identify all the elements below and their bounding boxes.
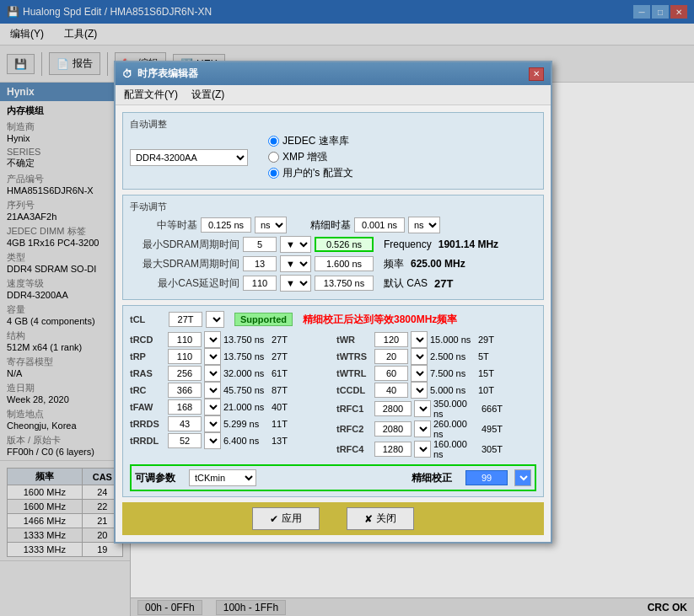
trp-row: tRP ▼ 13.750 ns 27T (130, 348, 330, 365)
twtrs-unit[interactable]: ▼ (411, 348, 428, 365)
twr-ns: 15.000 ns (430, 335, 476, 345)
radio-jedec-input[interactable] (268, 136, 279, 147)
trrdl-ns: 6.400 ns (223, 436, 269, 446)
twr-unit[interactable]: ▼ (411, 331, 428, 348)
tcl-val[interactable] (169, 312, 202, 327)
trp-val[interactable] (168, 349, 202, 364)
trfc1-val[interactable] (374, 401, 412, 416)
tras-val[interactable] (168, 366, 202, 381)
radio-user-input[interactable] (268, 168, 279, 179)
twr-val[interactable] (374, 332, 408, 347)
radio-xmp-input[interactable] (268, 152, 279, 163)
twtrl-val[interactable] (374, 366, 408, 381)
trrdl-t: 13T (272, 436, 292, 446)
min-sdram-val[interactable] (243, 237, 277, 252)
adjustable-select[interactable]: tCKmin (189, 469, 256, 486)
trrds-row: tRRDS ▼ 5.299 ns 11T (130, 415, 330, 432)
tfaw-val[interactable] (168, 399, 202, 415)
apply-button[interactable]: ✔ 应用 (252, 507, 320, 530)
base2-unit-select[interactable]: ns (408, 217, 440, 233)
trrdl-label: tRRDL (130, 436, 165, 446)
max-sdram-ns[interactable] (315, 256, 374, 271)
max-sdram-row: 最大SDRAM周期时间 ▼ 频率 625.00 MHz (130, 255, 536, 272)
trfc2-unit[interactable]: ▼ (414, 420, 431, 437)
min-sdram-unit[interactable]: ▼ (280, 236, 311, 253)
trcd-t: 27T (272, 335, 292, 345)
trfc4-val[interactable] (374, 442, 412, 457)
twtrs-t: 5T (478, 351, 498, 362)
close-dialog-label: 关闭 (376, 512, 396, 526)
fine-label: 精细校正 (412, 471, 452, 485)
dialog-overlay: ⏱ 时序表编辑器 ✕ 配置文件(Y) 设置(Z) 自动调整 DDR4-3200A… (0, 0, 694, 616)
base2-input[interactable] (354, 217, 405, 233)
tfaw-unit[interactable]: ▼ (204, 399, 221, 415)
tcl-label: tCL (130, 314, 165, 324)
tcl-unit[interactable]: ▼ (206, 311, 224, 328)
min-cas-val[interactable] (243, 276, 277, 291)
tcl-row: tCL ▼ Supported 精细校正后达到等效3800MHz频率 (130, 311, 536, 328)
trc-row: tRC ▼ 45.750 ns 87T (130, 382, 330, 399)
max-sdram-unit[interactable]: ▼ (280, 255, 311, 272)
trc-val[interactable] (168, 383, 202, 398)
trp-ns: 13.750 ns (223, 351, 269, 362)
min-cas-row: 最小CAS延迟时间 ▼ 默认 CAS 27T (130, 275, 536, 292)
radio-jedec[interactable]: JEDEC 速率库 (268, 134, 353, 148)
twr-t: 29T (478, 335, 498, 345)
trrdl-row: tRRDL ▼ 6.400 ns 13T (130, 432, 330, 449)
twtrl-ns: 7.500 ns (430, 368, 476, 378)
trfc4-row: tRFC4 ▼ 160.000 ns 305T (336, 439, 536, 459)
tfaw-row: tFAW ▼ 21.000 ns 40T (130, 399, 330, 415)
freq-val: 1901.14 MHz (438, 238, 498, 250)
base1-unit-select[interactable]: ns (255, 217, 287, 233)
max-sdram-val[interactable] (243, 256, 277, 271)
dialog-menu-settings[interactable]: 设置(Z) (190, 87, 226, 103)
trrds-val[interactable] (168, 416, 202, 431)
trrds-t: 11T (272, 419, 292, 429)
radio-xmp[interactable]: XMP 增强 (268, 150, 353, 164)
trc-label: tRC (130, 385, 165, 395)
twtrs-row: tWTRS ▼ 2.500 ns 5T (336, 348, 536, 365)
trfc1-t: 666T (481, 404, 502, 414)
base1-label: 中等时基 (130, 218, 197, 233)
twtrl-unit[interactable]: ▼ (411, 365, 428, 382)
base1-input[interactable] (201, 217, 251, 233)
fine-unit[interactable]: ▼ (514, 469, 531, 486)
freq-label: Frequency (384, 238, 432, 250)
trcd-val[interactable] (168, 332, 202, 347)
trfc2-ns: 260.000 ns (433, 419, 479, 439)
trfc1-unit[interactable]: ▼ (414, 400, 431, 417)
twtrl-label: tWTRL (336, 368, 372, 378)
trfc4-unit[interactable]: ▼ (414, 441, 431, 458)
trrdl-val[interactable] (168, 433, 202, 448)
min-cas-unit[interactable]: ▼ (280, 275, 311, 292)
twtrl-t: 15T (478, 368, 498, 378)
twtrs-val[interactable] (374, 349, 408, 364)
dialog-close-button[interactable]: ✕ (529, 67, 544, 81)
supported-badge: Supported (234, 313, 293, 326)
trfc4-t: 305T (481, 444, 502, 454)
tccdl-unit[interactable]: ▼ (411, 382, 428, 399)
trc-unit[interactable]: ▼ (204, 382, 221, 399)
trp-unit[interactable]: ▼ (204, 348, 221, 365)
min-cas-ns[interactable] (315, 276, 374, 291)
profile-select[interactable]: DDR4-3200AA (130, 149, 248, 166)
trrdl-unit[interactable]: ▼ (204, 432, 221, 449)
min-sdram-ns[interactable] (315, 237, 374, 252)
tccdl-t: 10T (478, 385, 498, 395)
trfc2-val[interactable] (374, 421, 412, 437)
max-sdram-label: 最大SDRAM周期时间 (130, 257, 239, 271)
twtrl-row: tWTRL ▼ 7.500 ns 15T (336, 365, 536, 382)
trcd-unit[interactable]: ▼ (204, 331, 221, 348)
trcd-ns: 13.750 ns (223, 335, 269, 345)
radio-xmp-label: XMP 增强 (282, 150, 327, 164)
trrds-unit[interactable]: ▼ (204, 415, 221, 432)
close-dialog-button[interactable]: ✘ 关闭 (347, 507, 414, 530)
tccdl-val[interactable] (374, 383, 408, 398)
twr-row: tWR ▼ 15.000 ns 29T (336, 331, 536, 348)
tfaw-label: tFAW (130, 402, 165, 412)
tras-unit[interactable]: ▼ (204, 365, 221, 382)
fine-val[interactable] (465, 470, 508, 485)
dialog-menu-config[interactable]: 配置文件(Y) (122, 87, 180, 103)
trrds-label: tRRDS (130, 419, 165, 429)
radio-user[interactable]: 用户的's 配置文 (268, 166, 353, 180)
